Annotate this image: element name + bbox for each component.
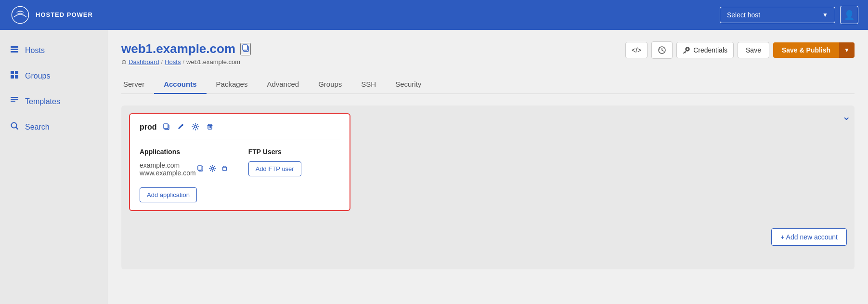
applications-label: Applications xyxy=(140,148,229,156)
svg-point-20 xyxy=(194,125,196,128)
account-edit-button[interactable] xyxy=(176,122,186,133)
svg-rect-3 xyxy=(11,51,18,53)
history-button[interactable] xyxy=(651,41,673,59)
account-name: prod xyxy=(140,123,157,132)
header-actions: </> Credentials Save Save & Publish xyxy=(625,41,855,59)
account-delete-button[interactable] xyxy=(205,122,215,133)
breadcrumb-dashboard-link[interactable]: Dashboard xyxy=(129,58,159,66)
svg-rect-21 xyxy=(208,125,212,129)
svg-rect-8 xyxy=(11,97,18,98)
account-card: prod Ap xyxy=(129,113,350,211)
page-title-section: web1.example.com ⊙ Dashboard / Hosts / w… xyxy=(121,41,251,66)
add-new-account-row: + Add new account xyxy=(129,221,847,246)
main-content: web1.example.com ⊙ Dashboard / Hosts / w… xyxy=(108,30,868,304)
account-settings-button[interactable] xyxy=(191,122,200,133)
tab-packages[interactable]: Packages xyxy=(207,75,258,94)
app-settings-button[interactable] xyxy=(208,164,217,174)
breadcrumb-hosts-link[interactable]: Hosts xyxy=(165,58,181,66)
add-application-button[interactable]: Add application xyxy=(140,187,197,202)
svg-rect-19 xyxy=(164,124,168,129)
tab-accounts[interactable]: Accounts xyxy=(154,75,206,94)
tab-security[interactable]: Security xyxy=(386,75,431,94)
add-ftp-user-label: Add FTP user xyxy=(256,165,294,172)
tab-server[interactable]: Server xyxy=(121,75,154,94)
account-body: Applications example.com www.example.com xyxy=(140,148,340,202)
select-host-dropdown[interactable]: Select host ▼ xyxy=(720,7,835,23)
logo-text: HOSTED POWER xyxy=(36,11,93,19)
svg-rect-27 xyxy=(222,167,226,171)
app-delete-button[interactable] xyxy=(220,164,229,174)
logo-icon xyxy=(10,4,31,26)
code-icon: </> xyxy=(632,46,641,54)
svg-point-26 xyxy=(211,167,214,170)
sidebar-groups-label: Groups xyxy=(25,72,50,80)
svg-rect-10 xyxy=(11,101,15,102)
svg-rect-6 xyxy=(11,75,14,79)
svg-rect-5 xyxy=(15,71,18,74)
topnav: HOSTED POWER Select host ▼ 👤 xyxy=(0,0,868,30)
add-ftp-user-button[interactable]: Add FTP user xyxy=(248,161,301,176)
sidebar-item-hosts[interactable]: Hosts xyxy=(0,38,108,63)
sidebar-hosts-label: Hosts xyxy=(25,46,45,55)
app-domains: example.com www.example.com xyxy=(140,161,196,177)
search-icon xyxy=(10,121,19,133)
key-icon xyxy=(683,46,690,54)
save-publish-button[interactable]: Save & Publish xyxy=(773,42,839,58)
svg-line-16 xyxy=(684,52,685,53)
svg-line-12 xyxy=(16,128,18,130)
app-icons xyxy=(196,164,229,174)
svg-rect-4 xyxy=(11,71,14,74)
svg-rect-2 xyxy=(11,49,18,50)
groups-icon xyxy=(10,70,19,82)
accounts-container: ⌄ prod xyxy=(121,106,855,269)
breadcrumb-icon: ⊙ xyxy=(121,58,127,66)
svg-rect-1 xyxy=(11,46,18,48)
account-card-header: prod xyxy=(140,122,340,140)
applications-section: Applications example.com www.example.com xyxy=(140,148,229,202)
breadcrumb-sep-2: / xyxy=(182,58,184,66)
app-copy-button[interactable] xyxy=(196,164,205,174)
breadcrumb-current: web1.example.com xyxy=(186,58,240,66)
ftp-users-label: FTP Users xyxy=(248,148,340,156)
svg-rect-25 xyxy=(198,165,202,170)
save-publish-dropdown-button[interactable]: ▼ xyxy=(839,42,855,58)
select-host-label: Select host xyxy=(727,11,760,19)
topnav-right: Select host ▼ 👤 xyxy=(720,6,858,24)
tab-advanced[interactable]: Advanced xyxy=(257,75,309,94)
code-button[interactable]: </> xyxy=(625,42,648,58)
tab-ssh[interactable]: SSH xyxy=(351,75,386,94)
svg-rect-14 xyxy=(243,45,247,50)
svg-point-0 xyxy=(12,6,28,23)
tab-groups[interactable]: Groups xyxy=(309,75,351,94)
copy-title-button[interactable] xyxy=(240,43,251,55)
app-row: example.com www.example.com xyxy=(140,161,229,177)
collapse-button[interactable]: ⌄ xyxy=(842,110,851,123)
layout: Hosts Groups Templates Search we xyxy=(0,30,868,304)
sidebar-search-label: Search xyxy=(25,123,50,132)
page-header: web1.example.com ⊙ Dashboard / Hosts / w… xyxy=(121,41,855,66)
templates-icon xyxy=(10,95,19,107)
save-label: Save xyxy=(746,46,761,54)
credentials-label: Credentials xyxy=(693,46,727,54)
sidebar-item-search[interactable]: Search xyxy=(0,114,108,140)
account-copy-button[interactable] xyxy=(162,122,171,133)
add-new-account-button[interactable]: + Add new account xyxy=(771,228,847,246)
svg-rect-7 xyxy=(15,75,18,79)
breadcrumb-sep-1: / xyxy=(161,58,163,66)
save-publish-group: Save & Publish ▼ xyxy=(773,42,855,58)
breadcrumb: ⊙ Dashboard / Hosts / web1.example.com xyxy=(121,58,251,66)
chevron-down-icon: ▼ xyxy=(844,47,850,53)
tabs: Server Accounts Packages Advanced Groups… xyxy=(121,75,855,94)
add-application-label: Add application xyxy=(147,191,190,198)
save-button[interactable]: Save xyxy=(738,42,769,58)
svg-line-17 xyxy=(685,53,686,53)
chevron-down-icon: ▼ xyxy=(822,12,828,18)
hosts-icon xyxy=(10,44,19,56)
page-title-text: web1.example.com xyxy=(121,41,235,56)
user-icon: 👤 xyxy=(844,10,855,20)
user-avatar-button[interactable]: 👤 xyxy=(840,6,858,24)
save-publish-label: Save & Publish xyxy=(782,46,830,54)
sidebar-item-groups[interactable]: Groups xyxy=(0,63,108,89)
sidebar-item-templates[interactable]: Templates xyxy=(0,89,108,114)
credentials-button[interactable]: Credentials xyxy=(676,42,734,58)
